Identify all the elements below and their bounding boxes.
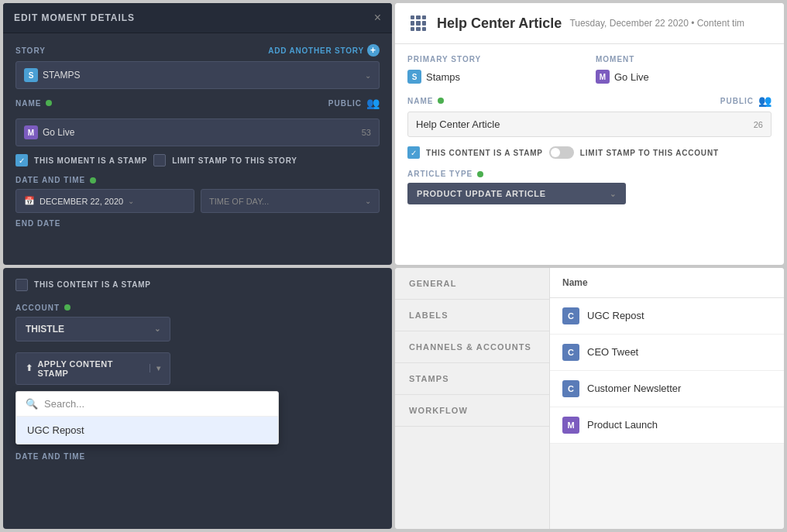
name-label-group: NAME	[407, 97, 444, 105]
settings-sidebar: GENERAL LABELS CHANNELS & ACCOUNTS STAMP…	[395, 268, 550, 530]
name-input[interactable]: M Go Live 53	[15, 118, 380, 146]
dropdown-item-ugc[interactable]: UGC Repost	[16, 417, 278, 444]
chevron-down-icon: ⌄	[610, 190, 617, 198]
article-header: Help Center Article Tuesday, December 22…	[395, 3, 784, 44]
top-right-panel: Help Center Article Tuesday, December 22…	[395, 3, 784, 265]
chevron-down-icon: ⌄	[365, 71, 371, 80]
stamp-dropdown: 🔍 Search... UGC Repost	[15, 391, 279, 444]
account-field-label: ACCOUNT	[15, 304, 380, 312]
sidebar-item-channels-accounts[interactable]: CHANNELS & ACCOUNTS	[395, 331, 549, 363]
m-badge-icon: M	[24, 125, 38, 139]
chevron-down-icon: ⌄	[128, 197, 134, 205]
sidebar-item-stamps[interactable]: STAMPS	[395, 363, 549, 395]
time-picker[interactable]: TIME OF DAY... ⌄	[201, 189, 380, 213]
date-picker[interactable]: 📅 DECEMBER 22, 2020 ⌄	[15, 189, 194, 213]
article-subtitle: Tuesday, December 22 2020 • Content tim	[569, 18, 744, 29]
bl-date-label: DATE AND TIME	[15, 452, 380, 461]
bl-stamp-checkbox[interactable]	[15, 279, 28, 291]
modal-header: EDIT MOMENT DETAILS ×	[3, 3, 392, 33]
sidebar-item-labels[interactable]: LABELS	[395, 300, 549, 331]
bottom-left-panel: THIS CONTENT IS A STAMP ACCOUNT THISTLE …	[3, 268, 392, 530]
stamp-checkbox[interactable]	[15, 154, 28, 166]
calendar-icon: 📅	[24, 196, 35, 206]
article-title: Help Center Article	[437, 15, 562, 32]
story-field-label: STORY ADD ANOTHER STORY +	[15, 44, 380, 57]
c-badge-icon: C	[562, 380, 579, 397]
list-header: Name	[550, 268, 784, 298]
list-item[interactable]: C CEO Tweet	[550, 335, 784, 371]
required-dot	[46, 100, 52, 106]
required-dot	[477, 171, 483, 177]
article-name-input[interactable]: Help Center Article 26	[407, 112, 772, 137]
end-date-label: END DATE	[15, 213, 380, 228]
apply-stamp-section: ⬆ APPLY CONTENT STAMP ▾ 🔍 Search... UGC …	[15, 352, 380, 444]
date-field-label: DATE AND TIME	[15, 176, 380, 184]
c-badge-icon: C	[562, 307, 579, 324]
tr-stamp-checkbox-row: THIS CONTENT IS A STAMP LIMIT STAMP TO T…	[407, 146, 772, 159]
article-name-row: NAME PUBLIC 👥	[407, 94, 772, 107]
add-story-link[interactable]: ADD ANOTHER STORY +	[268, 44, 380, 57]
top-left-panel: EDIT MOMENT DETAILS × STORY ADD ANOTHER …	[3, 3, 392, 265]
primary-story-value: S Stamps	[407, 70, 583, 84]
required-dot	[438, 98, 444, 104]
grid-icon	[407, 12, 429, 34]
primary-story-col: PRIMARY STORY S Stamps	[407, 55, 583, 84]
c-badge-icon: C	[562, 344, 579, 361]
public-section: PUBLIC 👥	[720, 94, 772, 107]
article-type-select[interactable]: PRODUCT UPDATE ARTICLE ⌄	[407, 183, 626, 204]
article-name-section: NAME PUBLIC 👥 Help Center Article 26	[407, 94, 772, 137]
date-required-dot	[90, 177, 96, 184]
article-body: PRIMARY STORY S Stamps MOMENT M Go Live …	[395, 44, 784, 215]
story-select-inner: S STAMPS	[24, 68, 80, 82]
modal-title: EDIT MOMENT DETAILS	[14, 12, 135, 23]
chevron-down-icon: ⌄	[365, 197, 371, 205]
content-stamp-checkbox[interactable]	[407, 146, 420, 159]
chevron-down-icon: ⌄	[154, 324, 160, 333]
stamp-search-box: 🔍 Search...	[16, 392, 278, 417]
name-field-label: NAME	[15, 99, 52, 108]
sidebar-item-general[interactable]: GENERAL	[395, 268, 549, 300]
add-story-plus-icon[interactable]: +	[367, 44, 380, 57]
upload-icon: ⬆	[26, 363, 33, 373]
modal-body: STORY ADD ANOTHER STORY + S STAMPS ⌄ NAM…	[3, 33, 392, 239]
story-moment-row: PRIMARY STORY S Stamps MOMENT M Go Live	[407, 55, 772, 84]
s-badge-icon: S	[407, 70, 421, 84]
article-type-label: ARTICLE TYPE	[407, 170, 772, 178]
bl-stamp-checkbox-row: THIS CONTENT IS A STAMP	[15, 279, 380, 291]
sidebar-item-workflow[interactable]: WORKFLOW	[395, 395, 549, 427]
s-badge-icon: S	[24, 68, 38, 82]
account-section: ACCOUNT THISTLE ⌄	[15, 304, 380, 342]
story-select[interactable]: S STAMPS ⌄	[15, 61, 380, 89]
m-badge-icon: M	[596, 70, 610, 84]
apply-stamp-button[interactable]: ⬆ APPLY CONTENT STAMP ▾	[15, 352, 170, 385]
close-icon[interactable]: ×	[374, 11, 381, 25]
public-section: PUBLIC 👥	[328, 97, 380, 109]
stamp-checkbox-row: THIS MOMENT IS A STAMP LIMIT STAMP TO TH…	[15, 154, 380, 166]
list-item[interactable]: C Customer Newsletter	[550, 371, 784, 407]
public-users-icon: 👥	[758, 94, 772, 107]
stamps-list: Name C UGC Repost C CEO Tweet C Customer…	[550, 268, 784, 530]
public-users-icon: 👥	[366, 97, 380, 109]
limit-story-checkbox[interactable]	[153, 154, 166, 166]
dropdown-arrow-icon: ▾	[149, 364, 160, 372]
required-dot	[64, 304, 70, 311]
list-item[interactable]: C UGC Repost	[550, 298, 784, 335]
search-icon: 🔍	[26, 398, 38, 410]
moment-col: MOMENT M Go Live	[596, 55, 772, 84]
m-badge-icon: M	[562, 417, 579, 434]
name-row: NAME PUBLIC 👥	[15, 97, 380, 109]
account-select[interactable]: THISTLE ⌄	[15, 317, 170, 342]
limit-account-toggle[interactable]	[549, 146, 574, 159]
list-item[interactable]: M Product Launch	[550, 407, 784, 444]
name-input-inner: M Go Live	[24, 125, 74, 139]
moment-value: M Go Live	[596, 70, 772, 84]
bottom-right-panel: GENERAL LABELS CHANNELS & ACCOUNTS STAMP…	[395, 268, 784, 530]
date-row: 📅 DECEMBER 22, 2020 ⌄ TIME OF DAY... ⌄	[15, 189, 380, 213]
article-type-section: ARTICLE TYPE PRODUCT UPDATE ARTICLE ⌄	[407, 170, 772, 204]
